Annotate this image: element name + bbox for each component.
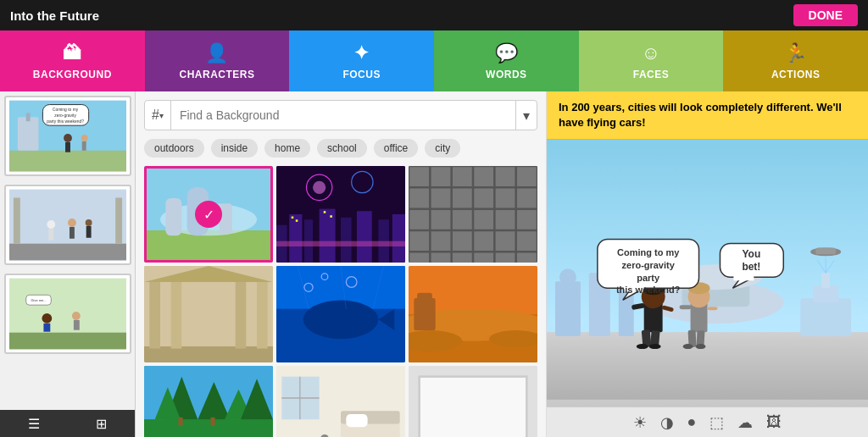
svg-text:Give me...: Give me... bbox=[31, 298, 46, 302]
svg-rect-25 bbox=[43, 324, 50, 332]
svg-point-168 bbox=[637, 344, 648, 349]
tab-actions-label: ACTIONS bbox=[771, 69, 821, 80]
svg-rect-44 bbox=[341, 218, 352, 263]
svg-text:You: You bbox=[743, 249, 761, 261]
tag-office[interactable]: office bbox=[374, 139, 418, 158]
grid-view-button[interactable]: ⊞ bbox=[96, 416, 107, 432]
tab-faces-label: FACES bbox=[633, 69, 670, 80]
sidebar-frame-3[interactable]: Give me... bbox=[4, 274, 131, 354]
bg-cell-4[interactable] bbox=[144, 266, 273, 362]
svg-point-178 bbox=[696, 344, 706, 349]
svg-rect-103 bbox=[346, 414, 367, 427]
svg-point-6 bbox=[81, 135, 87, 141]
svg-point-177 bbox=[683, 344, 693, 349]
svg-rect-145 bbox=[547, 333, 868, 401]
actions-icon: 🏃 bbox=[784, 42, 808, 64]
tab-characters[interactable]: 👤 CHARACTERS bbox=[145, 30, 290, 91]
svg-point-26 bbox=[71, 312, 80, 320]
svg-rect-147 bbox=[559, 269, 576, 286]
moon-full-button[interactable]: ● bbox=[687, 413, 697, 431]
svg-rect-173 bbox=[680, 306, 692, 310]
tab-background[interactable]: 🏔 BACKGROUND bbox=[0, 30, 145, 91]
svg-rect-48 bbox=[292, 217, 294, 219]
svg-rect-33 bbox=[165, 198, 181, 235]
search-dropdown-button[interactable]: ▾ bbox=[515, 101, 537, 130]
tab-focus-label: FOCUS bbox=[342, 69, 381, 80]
svg-point-20 bbox=[85, 219, 92, 226]
background-grid: ✓ bbox=[144, 166, 537, 437]
sidebar: Coming to my zero-gravity party this wee… bbox=[0, 91, 136, 437]
svg-rect-2 bbox=[17, 117, 38, 150]
done-button[interactable]: DONE bbox=[793, 4, 858, 26]
svg-rect-17 bbox=[48, 229, 53, 241]
svg-rect-68 bbox=[149, 282, 160, 349]
tab-actions[interactable]: 🏃 ACTIONS bbox=[723, 30, 868, 91]
moon-half-button[interactable]: ◑ bbox=[660, 413, 674, 432]
bg-cell-9[interactable] bbox=[409, 366, 537, 437]
svg-rect-89 bbox=[417, 293, 432, 304]
content-area: # ▾ ▾ outdoors inside home school office… bbox=[136, 91, 546, 437]
svg-rect-14 bbox=[13, 197, 19, 243]
list-view-button[interactable]: ☰ bbox=[28, 416, 40, 432]
cloud-button[interactable]: ☁ bbox=[737, 413, 753, 432]
brightness-button[interactable]: ☀ bbox=[633, 413, 647, 432]
bottom-nav: ☰ ⊞ bbox=[0, 410, 135, 437]
tab-words-label: WORDS bbox=[486, 69, 527, 80]
svg-text:this weekend?: this weekend? bbox=[616, 285, 681, 296]
bg-cell-6[interactable] bbox=[409, 266, 537, 362]
sidebar-frame-2[interactable] bbox=[4, 185, 131, 265]
svg-point-169 bbox=[649, 344, 661, 349]
svg-rect-3 bbox=[25, 113, 30, 121]
tab-faces[interactable]: ☺ FACES bbox=[579, 30, 724, 91]
svg-rect-110 bbox=[420, 377, 527, 437]
tag-outdoors[interactable]: outdoors bbox=[144, 139, 204, 158]
svg-rect-43 bbox=[320, 209, 336, 263]
tags-container: outdoors inside home school office city bbox=[144, 139, 537, 158]
svg-rect-19 bbox=[69, 227, 74, 239]
search-bar: # ▾ ▾ bbox=[144, 100, 537, 130]
svg-rect-34 bbox=[187, 187, 209, 235]
svg-rect-15 bbox=[115, 197, 122, 243]
svg-rect-1 bbox=[9, 151, 126, 172]
bg-cell-3[interactable] bbox=[409, 166, 537, 263]
tab-bar: 🏔 BACKGROUND 👤 CHARACTERS ✦ FOCUS 💬 WORD… bbox=[0, 30, 868, 91]
bg-cell-5[interactable] bbox=[276, 266, 405, 362]
search-input[interactable] bbox=[171, 108, 515, 122]
characters-icon: 👤 bbox=[205, 42, 229, 64]
svg-rect-69 bbox=[171, 282, 182, 349]
tag-city[interactable]: city bbox=[425, 139, 460, 158]
svg-point-32 bbox=[160, 203, 257, 235]
bg-cell-1[interactable]: ✓ bbox=[144, 166, 273, 263]
faces-icon: ☺ bbox=[642, 42, 661, 64]
tab-focus[interactable]: ✦ FOCUS bbox=[289, 30, 434, 91]
tag-home[interactable]: home bbox=[264, 139, 310, 158]
tag-inside[interactable]: inside bbox=[211, 139, 258, 158]
bg-cell-8[interactable] bbox=[276, 366, 405, 437]
bg-cell-7[interactable] bbox=[144, 366, 273, 437]
preview-panel: In 200 years, cities will look completel… bbox=[546, 91, 868, 437]
image-button[interactable]: 🖼 bbox=[766, 413, 782, 431]
svg-rect-45 bbox=[357, 211, 372, 263]
tag-school[interactable]: school bbox=[317, 139, 367, 158]
svg-rect-5 bbox=[65, 142, 70, 152]
svg-rect-146 bbox=[555, 282, 581, 337]
svg-rect-98 bbox=[211, 418, 215, 426]
focus-icon: ✦ bbox=[353, 42, 370, 64]
tab-words[interactable]: 💬 WORDS bbox=[434, 30, 579, 91]
sidebar-frame-1[interactable]: Coming to my zero-gravity party this wee… bbox=[4, 96, 131, 176]
frame-button[interactable]: ⬚ bbox=[709, 413, 724, 432]
svg-rect-153 bbox=[800, 299, 851, 337]
hash-icon: # bbox=[152, 108, 159, 123]
svg-rect-7 bbox=[81, 141, 86, 151]
app-title: Into the Future bbox=[10, 8, 99, 23]
bg-cell-2[interactable] bbox=[276, 166, 405, 263]
hash-button[interactable]: # ▾ bbox=[145, 101, 171, 130]
svg-point-4 bbox=[64, 134, 72, 142]
svg-rect-97 bbox=[179, 418, 183, 426]
svg-rect-27 bbox=[73, 320, 79, 330]
background-icon: 🏔 bbox=[63, 42, 82, 64]
svg-rect-91 bbox=[144, 419, 273, 437]
svg-point-18 bbox=[68, 218, 76, 227]
caption-text: In 200 years, cities will look completel… bbox=[559, 101, 842, 129]
svg-rect-47 bbox=[392, 214, 405, 263]
